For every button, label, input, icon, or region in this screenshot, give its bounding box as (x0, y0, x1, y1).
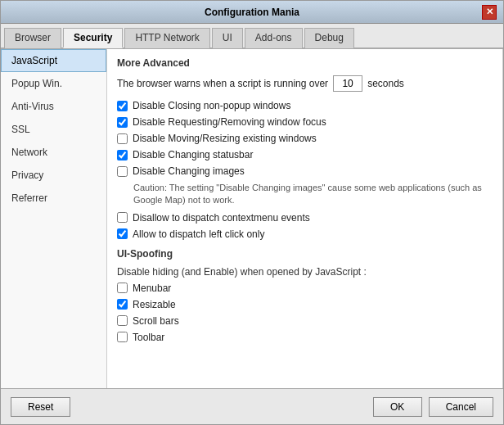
sidebar-item-network[interactable]: Network (1, 141, 106, 164)
checkbox-cb9[interactable] (117, 299, 128, 310)
option-label-cb3: Disable Moving/Resizing existing windows (133, 133, 317, 144)
cancel-button[interactable]: Cancel (429, 397, 493, 417)
checkbox-cb5[interactable] (117, 166, 128, 177)
option-row-cb1: Disable Closing non-popup windows (117, 100, 493, 111)
script-timeout-input[interactable] (333, 75, 362, 92)
checkbox-cb6[interactable] (117, 212, 128, 223)
reset-button[interactable]: Reset (11, 397, 70, 417)
option-label-cb11: Toolbar (133, 332, 164, 343)
bottom-bar: Reset OK Cancel (1, 388, 503, 424)
checkbox-cb3[interactable] (117, 133, 128, 144)
ui-spoofing-title: UI-Spoofing (117, 248, 493, 260)
sidebar-item-ssl[interactable]: SSL (1, 118, 106, 141)
script-timeout-label: The browser warns when a script is runni… (117, 78, 328, 89)
option-label-cb8: Menubar (133, 283, 171, 294)
ui-spoofing-sub: Disable hiding (and Enable) when opened … (117, 266, 493, 278)
option-label-cb7: Allow to dispatch left click only (133, 228, 264, 240)
option-label-cb1: Disable Closing non-popup windows (133, 100, 290, 111)
tab-browser[interactable]: Browser (4, 28, 61, 48)
checkbox-cb1[interactable] (117, 101, 128, 111)
sidebar-item-referrer[interactable]: Referrer (1, 187, 106, 210)
sidebar-item-popup-win[interactable]: Popup Win. (1, 72, 106, 95)
tab-security[interactable]: Security (63, 28, 123, 48)
option-row-cb6: Disallow to dispatch contextmenu events (117, 212, 493, 224)
close-button[interactable]: ✕ (482, 5, 497, 20)
option-label-cb4: Disable Changing statusbar (133, 149, 253, 161)
content-area: JavaScript Popup Win. Anti-Virus SSL Net… (1, 49, 503, 388)
sidebar-item-privacy[interactable]: Privacy (1, 164, 106, 187)
caution-text: Caution: The setting "Disable Changing i… (133, 182, 493, 207)
ok-cancel-group: OK Cancel (373, 397, 493, 417)
option-row-cb4: Disable Changing statusbar (117, 149, 493, 161)
option-row-cb8: Menubar (117, 283, 493, 294)
option-row-cb11: Toolbar (117, 332, 493, 343)
tab-ui[interactable]: UI (212, 28, 243, 48)
option-label-cb9: Resizable (133, 299, 176, 310)
checkbox-cb11[interactable] (117, 332, 128, 342)
option-row-cb5: Disable Changing images (117, 165, 493, 177)
checkbox-cb2[interactable] (117, 117, 128, 128)
checkbox-cb8[interactable] (117, 283, 128, 293)
option-label-cb10: Scroll bars (133, 315, 179, 327)
option-row-cb3: Disable Moving/Resizing existing windows (117, 133, 493, 144)
script-timeout-row: The browser warns when a script is runni… (117, 75, 493, 92)
section-divider: UI-Spoofing Disable hiding (and Enable) … (117, 248, 493, 278)
checkbox-cb7[interactable] (117, 228, 128, 239)
option-label-cb6: Disallow to dispatch contextmenu events (133, 212, 310, 224)
option-label-cb5: Disable Changing images (133, 165, 245, 177)
tab-http-network[interactable]: HTTP Network (124, 28, 209, 48)
seconds-unit: seconds (367, 78, 404, 89)
option-row-cb2: Disable Requesting/Removing window focus (117, 116, 493, 128)
checkbox-cb4[interactable] (117, 150, 128, 161)
option-row-cb10: Scroll bars (117, 315, 493, 327)
option-label-cb2: Disable Requesting/Removing window focus (133, 116, 326, 128)
option-row-cb7: Allow to dispatch left click only (117, 228, 493, 240)
scroll-container[interactable]: More Advanced The browser warns when a s… (107, 49, 503, 388)
sidebar-item-javascript[interactable]: JavaScript (1, 49, 106, 72)
sidebar-item-anti-virus[interactable]: Anti-Virus (1, 95, 106, 118)
tab-debug[interactable]: Debug (304, 28, 354, 48)
window-title: Configuration Mania (22, 7, 482, 18)
checkbox-cb10[interactable] (117, 315, 128, 326)
window: Configuration Mania ✕ Browser Security H… (0, 0, 504, 425)
tab-add-ons[interactable]: Add-ons (245, 28, 303, 48)
tab-bar: Browser Security HTTP Network UI Add-ons… (1, 24, 503, 49)
section-title: More Advanced (117, 57, 493, 69)
title-bar: Configuration Mania ✕ (1, 1, 503, 24)
option-row-cb9: Resizable (117, 299, 493, 310)
ok-button[interactable]: OK (373, 397, 422, 417)
sidebar: JavaScript Popup Win. Anti-Virus SSL Net… (1, 49, 107, 388)
main-panel: More Advanced The browser warns when a s… (107, 49, 503, 388)
